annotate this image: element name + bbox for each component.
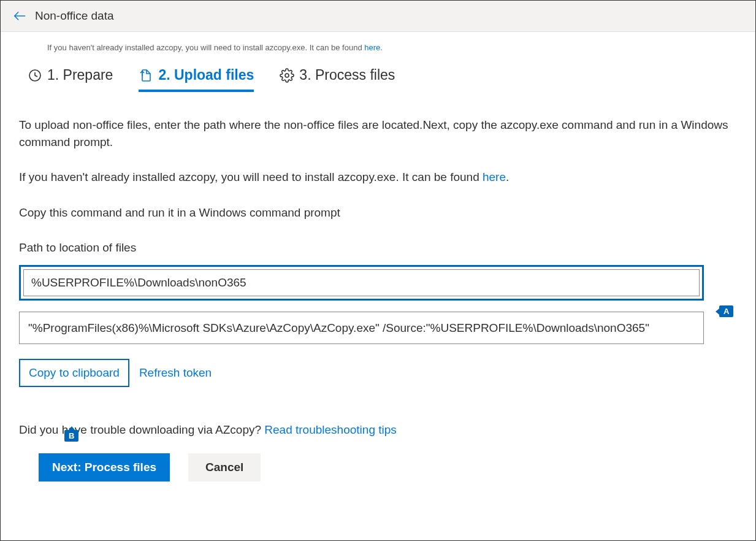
- cancel-button[interactable]: Cancel: [188, 453, 261, 482]
- hint-suffix: .: [380, 43, 383, 52]
- install-prefix: If you haven't already installed azcopy,…: [19, 171, 483, 183]
- refresh-token-button[interactable]: Refresh token: [139, 366, 212, 380]
- copy-to-clipboard-button[interactable]: Copy to clipboard: [19, 359, 129, 387]
- main-content: To upload non-office files, enter the pa…: [1, 92, 755, 482]
- install-text: If you haven't already installed azcopy,…: [19, 169, 737, 186]
- copy-instruction: Copy this command and run it in a Window…: [19, 204, 737, 221]
- tab-upload-label: 2. Upload files: [158, 67, 254, 83]
- command-output: "%ProgramFiles(x86)%\Microsoft SDKs\Azur…: [19, 312, 704, 345]
- tab-process[interactable]: 3. Process files: [280, 67, 395, 92]
- troubleshoot-text: Did you have trouble downloading via AZc…: [19, 421, 737, 439]
- install-suffix: .: [506, 171, 509, 183]
- intro-text: To upload non-office files, enter the pa…: [19, 117, 737, 150]
- annotation-b: B: [64, 430, 78, 442]
- next-button[interactable]: Next: Process files: [39, 453, 170, 482]
- hint-here-link[interactable]: here: [364, 43, 380, 52]
- path-label: Path to location of files: [19, 239, 737, 256]
- troubleshoot-link[interactable]: Read troubleshooting tips: [264, 423, 396, 436]
- page-title: Non-office data: [35, 9, 114, 23]
- clock-icon: [28, 68, 42, 83]
- tab-process-label: 3. Process files: [299, 67, 395, 83]
- path-input-highlight: [19, 265, 704, 301]
- install-hint-small: If you haven't already installed azcopy,…: [1, 32, 755, 52]
- back-arrow-icon[interactable]: [13, 9, 26, 23]
- command-actions: Copy to clipboard Refresh token: [19, 359, 737, 387]
- page-header: Non-office data: [1, 1, 755, 32]
- gear-icon: [280, 68, 294, 83]
- svg-point-3: [285, 74, 289, 77]
- tab-prepare-label: 1. Prepare: [47, 67, 113, 83]
- trouble-prefix: Did you have trouble downloading via AZc…: [19, 423, 264, 436]
- wizard-tabs: 1. Prepare 2. Upload files 3. Process fi…: [1, 52, 755, 92]
- path-input[interactable]: [23, 269, 700, 296]
- file-upload-icon: [139, 68, 153, 83]
- annotation-a: A: [719, 305, 733, 317]
- hint-text: If you haven't already installed azcopy,…: [47, 43, 364, 52]
- tab-upload[interactable]: 2. Upload files: [139, 67, 254, 92]
- wizard-actions: Next: Process files Cancel: [19, 453, 737, 482]
- tab-prepare[interactable]: 1. Prepare: [28, 67, 113, 92]
- install-here-link[interactable]: here: [483, 171, 506, 183]
